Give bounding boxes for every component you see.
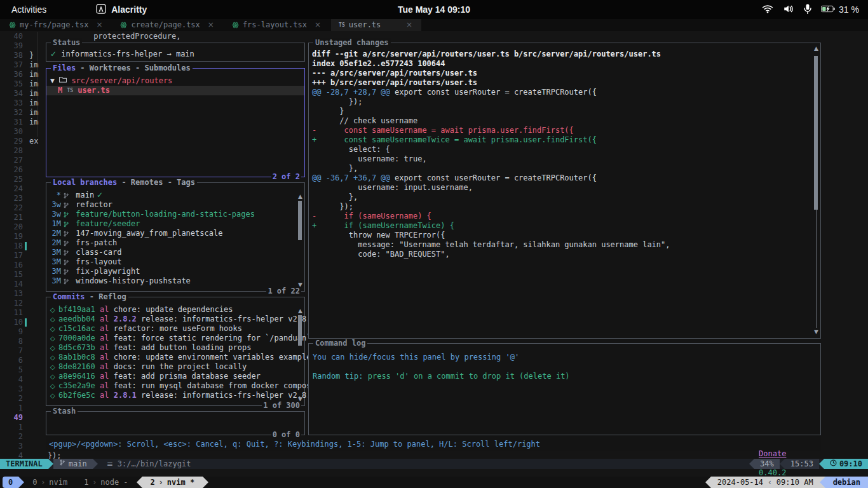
line-number: 1 [8,403,23,413]
commit-author: al [95,372,114,381]
tab-create/page.tsx[interactable]: create/page.tsx× [112,19,222,31]
scroll-down-icon[interactable]: ▼ [814,329,818,335]
commit-row[interactable]: ◇8d5c673b al feat: add button loading pr… [46,343,304,353]
sign-column [23,184,29,194]
line-number: 49 [8,413,23,423]
tmux-window-2[interactable]: 2›nvim * [142,477,203,488]
commit-message: docs: run the project locally [114,362,247,372]
code-text: ex [29,137,38,146]
branch-row[interactable]: 3M class-card [46,248,304,257]
tmux-window-name: nvim * [167,478,194,487]
sign-column [23,365,29,375]
commit-hash: c15c16ac [58,324,95,334]
panel-commits[interactable]: Commits - Reflog ◇bf419aa1 al chore: upd… [46,297,305,406]
donate-link[interactable]: Donate [759,449,786,458]
branch-row[interactable]: 1M feature/seeder [46,219,304,229]
panel-status[interactable]: Status ✓ informatics-frs-helper → main [46,43,305,62]
commit-row[interactable]: ◇bf419aa1 al chore: update dependencies [46,305,304,315]
sign-column [23,108,29,118]
close-icon[interactable]: × [406,20,412,30]
branch-row[interactable]: 3M fix-playwright [46,267,304,276]
branch-icon [61,201,71,209]
branch-row[interactable]: 3w feature/button-loading-and-static-pag… [46,210,304,219]
commits-scrollbar-thumb[interactable] [298,315,302,346]
scroll-up-icon[interactable]: ▲ [298,308,302,314]
folder-row[interactable]: ▼ src/server/api/routers [46,76,304,86]
diff-context-line: username: input.username, [312,183,670,193]
branch-row[interactable]: 2M 147-moving_away_from_planetscale [46,229,304,238]
tab-frs-layout.tsx[interactable]: frs-layout.tsx× [224,19,330,31]
tmux-window-0[interactable]: 0›nvim [24,477,76,488]
commit-icon: ◇ [50,362,58,372]
panel-command-log[interactable]: Command log You can hide/focus this pane… [308,343,821,435]
battery-icon [821,4,835,15]
commit-author: al [95,343,114,353]
sign-column [23,118,29,127]
line-number: 22 [8,203,23,213]
commit-hash: 6b2f6e5c [58,391,95,400]
close-icon[interactable]: × [96,20,102,30]
sign-column [23,337,29,346]
react-icon [9,22,16,29]
sign-column [23,32,29,41]
branch-row[interactable]: 3M frs-layout [46,257,304,267]
clock-menu[interactable]: Tue May 14 09:10 [0,5,868,15]
line-number: 39 [8,41,23,51]
sign-column [23,98,29,108]
branches-scrollbar-thumb[interactable] [298,201,302,240]
line-number: 3 [8,384,23,394]
commit-row[interactable]: ◇c15c16ac al refactor: more useForm hook… [46,324,304,334]
stash-count: 0 of 0 [271,430,301,440]
hunk-context: export const userRouter = createTRPCRout… [390,173,597,182]
branch-row[interactable]: 3w refactor [46,200,304,210]
recency-label: 1M [50,219,61,229]
diff-scrollbar-thumb[interactable] [814,56,818,210]
scroll-up-icon[interactable]: ▲ [814,46,818,51]
commit-row[interactable]: ◇c35e2a9e al feat: run mysql database fr… [46,381,304,391]
close-icon[interactable]: × [315,20,321,30]
recency-label: 3M [50,267,61,276]
diff-context-line: code: "BAD_REQUEST", [312,250,670,259]
panel-unstaged-changes[interactable]: Unstaged changes diff --git a/src/server… [308,43,821,339]
commit-row[interactable]: ◇a8e96416 al feat: add prisma database s… [46,372,304,381]
tab-user.ts[interactable]: TSuser.ts× [331,19,421,31]
commit-message: feat: force static rendering for `/pandu… [114,334,311,343]
file-row-selected[interactable]: M TS user.ts [46,86,304,95]
line-number: 40 [8,32,23,41]
panel-stash[interactable]: Stash 0 of 0 [46,411,305,435]
branch-row[interactable]: * main ✓ [46,191,304,200]
branch-row[interactable]: 3M windows-history-pushstate [46,276,304,286]
tmux-session-badge[interactable]: 0 [3,477,18,488]
tab-my-frs/page.tsx[interactable]: my-frs/page.tsx× [1,19,111,31]
branch-row[interactable]: 2M frs-patch [46,238,304,248]
commit-row[interactable]: ◇8de82160 al docs: run the project local… [46,362,304,372]
diff-added-line: + if (sameUsernameTwice) { [312,221,670,231]
commit-icon: ◇ [50,353,58,362]
line-number: 36 [8,70,23,79]
panel-files[interactable]: Files - Worktrees - Submodules ▼ src/ser… [46,68,305,177]
keybindings-hint: <pgup>/<pgdown>: Scroll, <esc>: Cancel, … [49,440,540,449]
panel-branches[interactable]: Local branches - Remotes - Tags * main ✓… [46,182,305,292]
commit-row[interactable]: ◇6b2f6e5c al 2.8.1 release: informatics-… [46,391,304,400]
branch-name: class-card [71,248,121,257]
commit-hash: a8e96416 [58,372,95,381]
tab-label: my-frs/page.tsx [20,20,88,30]
commit-row[interactable]: ◇7000a0de al feat: force static renderin… [46,334,304,343]
commit-icon: ◇ [50,372,58,381]
commit-message: refactor: more useForm hooks [114,324,242,334]
scroll-up-icon[interactable]: ▲ [298,194,302,200]
line-number: 31 [8,118,23,127]
commit-hash: 8ab1b0c8 [58,353,95,362]
line-number: 25 [8,175,23,184]
commit-row[interactable]: ◇8ab1b0c8 al chore: update environment v… [46,353,304,362]
system-status-area[interactable]: 31 % [762,4,859,16]
commit-row[interactable]: ◇aeedbb04 al 2.8.2 release: informatics-… [46,315,304,324]
file-status-flag: M [58,86,62,95]
recency-label: 3w [50,210,61,219]
sign-column [23,261,29,270]
list-icon: ≡ [107,459,113,469]
close-icon[interactable]: × [208,20,214,30]
line-number: 29 [8,137,23,146]
sign-column [23,270,29,280]
tmux-window-1[interactable]: 1›node - [76,477,136,488]
